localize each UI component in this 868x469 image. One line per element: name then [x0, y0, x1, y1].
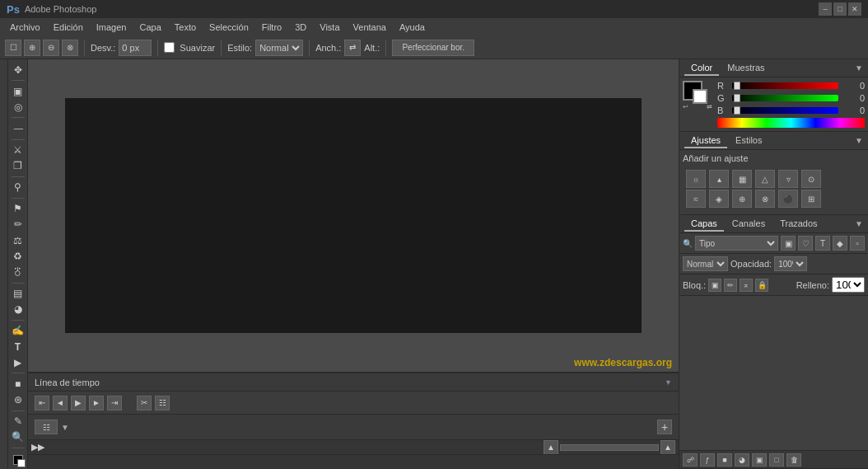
- lock-position-btn[interactable]: ⌅: [740, 279, 753, 292]
- adj-btn-mixer[interactable]: ⊗: [755, 190, 775, 208]
- adj-btn-levels[interactable]: ▴: [709, 170, 729, 188]
- menu-imagen[interactable]: Imagen: [90, 21, 133, 34]
- lock-move-btn[interactable]: ✏: [724, 279, 737, 292]
- filter-btn-3[interactable]: T: [815, 236, 830, 251]
- tab-estilos[interactable]: Estilos: [729, 134, 768, 148]
- new-group-btn[interactable]: ▣: [752, 453, 767, 467]
- tool-pen[interactable]: ✍: [10, 324, 26, 338]
- filter-select[interactable]: Tipo: [695, 236, 778, 251]
- tool-lasso[interactable]: ⸻: [10, 121, 26, 135]
- tool-hand[interactable]: ✎: [10, 414, 26, 428]
- adj-btn-vibrance[interactable]: ▿: [778, 170, 798, 188]
- estilo-select[interactable]: Normal: [255, 40, 303, 56]
- tool-shape-rect[interactable]: ■: [10, 377, 26, 391]
- tool-fg-bg[interactable]: [10, 452, 26, 466]
- filter-btn-5[interactable]: ▫: [850, 236, 865, 251]
- tl-goto-end[interactable]: ⇥: [107, 396, 122, 410]
- fill-select[interactable]: 100%: [832, 277, 865, 293]
- reset-colors[interactable]: ↩: [683, 103, 688, 110]
- tool-marquee-ellipse[interactable]: ◎: [10, 100, 26, 114]
- menu-texto[interactable]: Texto: [168, 21, 203, 34]
- menu-vista[interactable]: Vista: [313, 21, 346, 34]
- r-slider[interactable]: [732, 82, 838, 89]
- tab-capas[interactable]: Capas: [684, 217, 724, 232]
- bg-swatch[interactable]: [693, 89, 707, 104]
- minimize-button[interactable]: –: [819, 2, 832, 16]
- add-adj-btn[interactable]: ◕: [735, 453, 749, 467]
- g-thumb[interactable]: [734, 94, 740, 102]
- adj-btn-hue[interactable]: ⊙: [801, 170, 821, 188]
- tool-brush[interactable]: ✏: [10, 218, 26, 232]
- menu-edicion[interactable]: Edición: [47, 21, 90, 34]
- tab-canales[interactable]: Canales: [726, 217, 772, 232]
- swap-dimensions-btn[interactable]: ⇄: [344, 40, 361, 56]
- add-style-btn[interactable]: ƒ: [700, 453, 715, 467]
- tl-goto-start[interactable]: ⇤: [35, 396, 49, 410]
- color-spectrum[interactable]: [717, 118, 865, 128]
- close-button[interactable]: ✕: [848, 2, 861, 16]
- menu-seleccion[interactable]: Selección: [203, 21, 255, 34]
- tool-healing[interactable]: ⚑: [10, 202, 26, 216]
- menu-archivo[interactable]: Archivo: [3, 21, 47, 34]
- opacity-select[interactable]: 100%: [774, 256, 807, 271]
- tl-add-btn[interactable]: +: [657, 420, 672, 434]
- tl-scrollbar[interactable]: [560, 444, 659, 451]
- tab-muestras[interactable]: Muestras: [721, 61, 771, 76]
- b-thumb[interactable]: [734, 106, 740, 115]
- adj-btn-bw[interactable]: ◈: [709, 190, 729, 208]
- layers-panel-collapse[interactable]: ▼: [855, 219, 863, 228]
- menu-filtro[interactable]: Filtro: [255, 21, 288, 34]
- tl-play[interactable]: ▶: [71, 396, 86, 410]
- adj-btn-color-balance[interactable]: ≈: [686, 190, 706, 208]
- tl-scroll-left[interactable]: ▲: [544, 440, 558, 455]
- color-panel-collapse[interactable]: ▼: [855, 63, 863, 73]
- lock-all-btn[interactable]: 🔒: [755, 279, 768, 292]
- tool-text[interactable]: T: [10, 340, 26, 354]
- adj-btn-posterize[interactable]: ⚫: [778, 190, 798, 208]
- tool-crop[interactable]: ❐: [10, 159, 26, 173]
- tab-ajustes[interactable]: Ajustes: [684, 134, 727, 148]
- menu-ventana[interactable]: Ventana: [347, 21, 393, 34]
- menu-3d[interactable]: 3D: [288, 21, 313, 34]
- b-slider[interactable]: [732, 107, 838, 114]
- r-thumb[interactable]: [734, 82, 740, 90]
- tool-dodge[interactable]: ◕: [10, 303, 26, 317]
- maximize-button[interactable]: □: [833, 2, 847, 16]
- tool-eraser[interactable]: ⛣: [10, 265, 26, 279]
- new-selection-btn[interactable]: ☐: [5, 40, 21, 56]
- timeline-collapse[interactable]: ▼: [665, 378, 672, 387]
- tool-clone[interactable]: ⚖: [10, 233, 26, 247]
- desv-input[interactable]: [119, 40, 152, 56]
- link-layers-btn[interactable]: ☍: [683, 453, 698, 467]
- add-selection-btn[interactable]: ⊕: [24, 40, 40, 56]
- adj-panel-collapse[interactable]: ▼: [855, 136, 863, 145]
- menu-ayuda[interactable]: Ayuda: [393, 21, 432, 34]
- swap-colors[interactable]: ⇄: [707, 103, 712, 110]
- tab-trazados[interactable]: Trazados: [773, 217, 824, 232]
- perfeccionar-btn[interactable]: Perfeccionar bor.: [392, 40, 474, 56]
- tl-cut[interactable]: ✂: [137, 396, 152, 410]
- g-slider[interactable]: [732, 95, 838, 101]
- tool-gradient[interactable]: ▤: [10, 287, 26, 301]
- tool-move[interactable]: ✥: [10, 63, 26, 77]
- blend-mode-select[interactable]: Normal: [683, 256, 728, 271]
- filter-btn-4[interactable]: ◆: [833, 236, 847, 251]
- adj-btn-exposure[interactable]: △: [755, 170, 775, 188]
- tl-step-back[interactable]: ◄: [53, 396, 68, 410]
- delete-layer-btn[interactable]: 🗑: [786, 453, 801, 467]
- menu-capa[interactable]: Capa: [133, 21, 167, 34]
- intersect-selection-btn[interactable]: ⊗: [62, 40, 78, 56]
- tool-history-brush[interactable]: ♻: [10, 249, 26, 263]
- new-layer-btn[interactable]: □: [769, 453, 784, 467]
- tl-frame-type[interactable]: ☷: [35, 420, 58, 434]
- tool-3d[interactable]: ⊛: [10, 392, 26, 406]
- lock-pixels-btn[interactable]: ▣: [708, 279, 721, 292]
- tool-zoom[interactable]: 🔍: [10, 430, 26, 444]
- adj-btn-threshold[interactable]: ⊞: [801, 190, 821, 208]
- tool-quickselect[interactable]: ⚔: [10, 143, 26, 157]
- tool-marquee-rect[interactable]: ▣: [10, 84, 26, 98]
- tl-transition[interactable]: ☷: [155, 396, 170, 410]
- tool-path-select[interactable]: ▶: [10, 355, 26, 369]
- adj-btn-photo-filter[interactable]: ⊕: [732, 190, 752, 208]
- tl-step-fwd[interactable]: ►: [89, 396, 104, 410]
